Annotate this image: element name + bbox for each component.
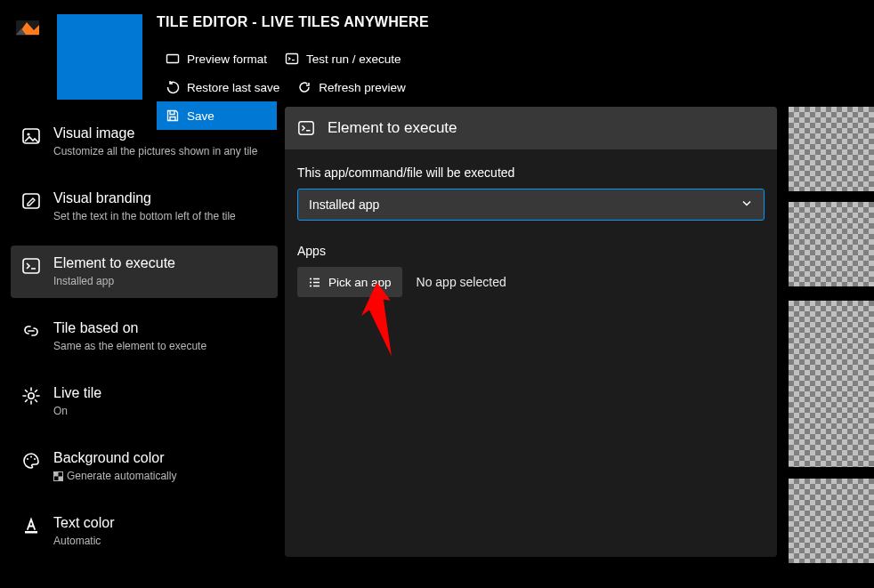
svg-point-9 <box>28 393 34 399</box>
preview-format-button[interactable]: Preview format <box>157 44 276 73</box>
sidebar-item-background-color[interactable]: Background color Generate automatically <box>11 440 278 493</box>
palette-icon <box>21 451 41 471</box>
panel-header: Element to execute <box>285 107 777 149</box>
svg-point-19 <box>310 281 312 283</box>
sidebar-item-sub: Automatic <box>53 535 267 547</box>
chevron-down-icon <box>740 197 753 213</box>
field-label: This app/command/file will be executed <box>297 165 765 180</box>
test-run-button[interactable]: Test run / execute <box>276 44 410 73</box>
sidebar-item-label: Text color <box>53 514 267 532</box>
svg-rect-14 <box>54 472 59 477</box>
sun-icon <box>21 386 41 406</box>
sidebar-item-sub: Set the text in the bottom left of the t… <box>53 210 267 222</box>
pick-an-app-button[interactable]: Pick an app <box>297 267 402 297</box>
svg-rect-4 <box>287 54 298 64</box>
undo-icon <box>166 80 180 94</box>
sidebar-item-text-color[interactable]: Text color Automatic <box>11 505 278 558</box>
sidebar-item-sub: Customize all the pictures shown in any … <box>53 145 267 157</box>
sidebar-item-label: Visual branding <box>53 189 267 207</box>
app-window-icon <box>16 20 39 36</box>
app-title: TILE EDITOR - LIVE TILES ANYWHERE <box>157 14 517 30</box>
apps-label: Apps <box>297 244 765 258</box>
tile-preview-small-3 <box>789 479 874 563</box>
tile-preview <box>57 14 142 100</box>
sidebar-item-element-to-execute[interactable]: Element to execute Installed app <box>11 246 278 298</box>
sidebar-item-label: Live tile <box>53 384 267 402</box>
text-color-icon <box>21 516 41 536</box>
svg-rect-16 <box>25 531 37 534</box>
link-icon <box>21 321 41 341</box>
sidebar: Visual image Customize all the pictures … <box>11 116 278 558</box>
sidebar-item-sub: Same as the element to execute <box>53 340 267 352</box>
svg-point-10 <box>27 458 28 460</box>
svg-rect-17 <box>299 122 313 135</box>
panel-title: Element to execute <box>328 119 457 137</box>
sidebar-item-label: Visual image <box>53 125 267 142</box>
svg-rect-8 <box>23 259 39 273</box>
edit-icon <box>21 191 41 211</box>
main-panel: Element to execute This app/command/file… <box>285 107 777 557</box>
svg-point-18 <box>310 278 312 279</box>
sidebar-item-sub: On <box>53 405 267 417</box>
svg-point-6 <box>27 133 29 135</box>
tile-preview-large <box>789 301 874 467</box>
svg-rect-7 <box>23 194 39 208</box>
execute-type-dropdown[interactable]: Installed app <box>297 189 765 221</box>
dropdown-value: Installed app <box>309 197 379 212</box>
svg-point-20 <box>310 285 312 286</box>
svg-point-12 <box>34 458 36 460</box>
terminal-icon <box>21 256 41 276</box>
sidebar-item-visual-image[interactable]: Visual image Customize all the pictures … <box>11 116 278 168</box>
image-icon <box>21 126 41 146</box>
tile-preview-small-2 <box>789 202 874 286</box>
svg-point-11 <box>30 456 32 458</box>
sidebar-item-tile-based-on[interactable]: Tile based on Same as the element to exe… <box>11 310 278 363</box>
svg-rect-3 <box>167 55 179 63</box>
terminal-icon <box>297 119 315 137</box>
svg-rect-15 <box>59 477 63 481</box>
sidebar-item-label: Element to execute <box>53 254 267 272</box>
refresh-icon <box>297 80 312 94</box>
sidebar-item-sub: Installed app <box>53 275 267 287</box>
tile-preview-small-1 <box>789 107 874 191</box>
list-icon <box>308 276 321 289</box>
sidebar-item-label: Background color <box>53 449 267 467</box>
sidebar-item-label: Tile based on <box>53 319 267 337</box>
no-app-selected-label: No app selected <box>417 275 506 289</box>
sidebar-item-sub: Generate automatically <box>53 470 267 482</box>
rectangle-icon <box>166 52 180 66</box>
sidebar-item-visual-branding[interactable]: Visual branding Set the text in the bott… <box>11 181 278 233</box>
terminal-icon <box>285 52 299 66</box>
restore-last-save-button[interactable]: Restore last save <box>157 73 288 101</box>
refresh-preview-button[interactable]: Refresh preview <box>288 73 415 101</box>
sidebar-item-live-tile[interactable]: Live tile On <box>11 375 278 428</box>
